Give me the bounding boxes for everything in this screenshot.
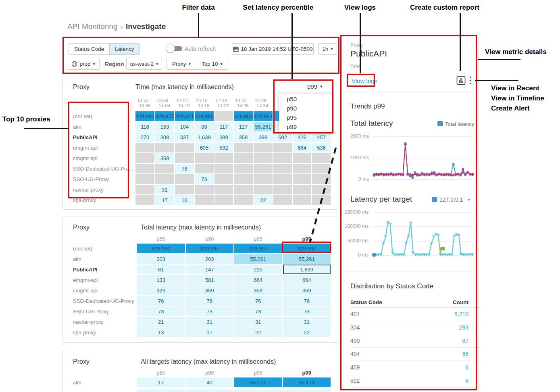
time-cell[interactable]: 426 <box>293 132 311 142</box>
time-cell[interactable]: 270 <box>135 132 154 142</box>
time-cell[interactable] <box>234 195 253 205</box>
time-cell[interactable]: 536 <box>312 143 331 152</box>
time-cell[interactable]: 692 <box>273 132 292 142</box>
latency-cell[interactable] <box>186 390 234 392</box>
time-cell[interactable]: 329,863 <box>254 111 273 121</box>
status-count-link[interactable]: 87 <box>462 338 468 344</box>
latency-cell[interactable]: 1,639 <box>283 265 331 274</box>
time-cell[interactable] <box>155 174 174 184</box>
time-cell[interactable] <box>234 174 253 184</box>
time-cell[interactable] <box>135 195 154 205</box>
time-cell[interactable]: 592 <box>214 143 233 152</box>
latency-cell[interactable]: 329,990 <box>137 244 185 253</box>
latency-cell[interactable]: 73 <box>283 307 331 316</box>
latency-cell[interactable]: 133 <box>137 275 185 285</box>
latency-cell[interactable]: 664 <box>283 275 331 285</box>
breadcrumb-section[interactable]: API Monitoring <box>67 22 118 31</box>
latency-cell[interactable]: 55,261 <box>234 254 282 264</box>
target-dropdown-icon[interactable]: ▾ <box>468 197 470 202</box>
time-cell[interactable] <box>214 185 233 194</box>
time-cell[interactable] <box>234 153 253 163</box>
time-cell[interactable]: 104 <box>175 122 194 131</box>
time-cell[interactable]: 398 <box>254 132 273 142</box>
time-cell[interactable] <box>175 174 194 184</box>
time-cell[interactable]: 359 <box>234 132 253 142</box>
time-cell[interactable] <box>293 164 311 173</box>
time-cell[interactable] <box>234 143 253 152</box>
time-cell[interactable] <box>214 153 233 163</box>
time-cell[interactable]: 308 <box>155 132 174 142</box>
time-cell[interactable]: 76 <box>175 164 194 173</box>
status-count-link[interactable]: 66 <box>462 351 468 357</box>
latency-cell[interactable] <box>137 390 185 392</box>
time-cell[interactable] <box>254 185 273 194</box>
latency-cell[interactable] <box>234 390 282 392</box>
kebab-menu-icon[interactable] <box>469 76 472 85</box>
time-cell[interactable]: 55,261 <box>254 122 273 131</box>
time-cell[interactable] <box>293 185 311 194</box>
time-cell[interactable]: 605 <box>195 143 214 152</box>
time-cell[interactable]: 329,990 <box>135 111 154 121</box>
region-dropdown[interactable]: us-west-2 <box>126 58 162 70</box>
time-cell[interactable] <box>234 164 253 173</box>
latency-cell[interactable]: 329,997 <box>283 244 331 253</box>
time-cell[interactable] <box>175 153 194 163</box>
latency-cell[interactable]: 329 <box>137 286 185 295</box>
time-cell[interactable] <box>135 143 154 152</box>
time-cell[interactable]: 153 <box>155 122 174 131</box>
latency-cell[interactable]: 31 <box>234 317 282 327</box>
time-cell[interactable]: 329,877 <box>155 111 174 121</box>
latency-cell[interactable]: 17 <box>137 377 185 387</box>
latency-cell[interactable]: 22 <box>234 327 282 337</box>
latency-cell[interactable]: 203 <box>137 254 185 264</box>
time-cell[interactable] <box>175 185 194 194</box>
time-cell[interactable] <box>214 195 233 205</box>
time-cell[interactable] <box>273 195 292 205</box>
latency-cell[interactable]: 329,997 <box>234 244 282 253</box>
time-cell[interactable]: 31 <box>155 185 174 194</box>
latency-cell[interactable]: 359 <box>283 286 331 295</box>
percentile-option-p99[interactable]: p99 <box>279 122 332 131</box>
time-cell[interactable] <box>135 185 154 194</box>
view-metric-details-icon[interactable] <box>456 76 466 85</box>
latency-cell[interactable] <box>283 390 331 392</box>
time-range-dropdown[interactable]: 1h <box>318 43 337 55</box>
time-cell[interactable] <box>155 164 174 173</box>
time-cell[interactable]: 389 <box>214 132 233 142</box>
time-cell[interactable] <box>312 195 331 205</box>
latency-cell[interactable]: 73 <box>186 307 234 316</box>
percentile-select[interactable]: p99 ▾ <box>307 83 323 90</box>
time-cell[interactable] <box>254 143 273 152</box>
time-cell[interactable] <box>135 174 154 184</box>
status-count-link[interactable]: 6 <box>465 364 468 371</box>
status-count-link[interactable]: 6 <box>465 377 468 384</box>
latency-cell[interactable]: 215 <box>234 265 282 274</box>
time-cell[interactable] <box>214 111 233 121</box>
latency-cell[interactable]: 147 <box>186 265 234 274</box>
latency-cell[interactable]: 55,171 <box>283 377 331 387</box>
time-cell[interactable] <box>214 164 233 173</box>
time-cell[interactable]: 16 <box>175 195 194 205</box>
time-cell[interactable] <box>293 153 311 163</box>
percentile-option-p95[interactable]: p95 <box>279 113 332 122</box>
latency-cell[interactable]: 359 <box>234 286 282 295</box>
latency-cell[interactable]: 55,261 <box>283 254 331 264</box>
time-cell[interactable]: 329,863 <box>234 111 253 121</box>
latency-cell[interactable]: 76 <box>234 296 282 306</box>
time-cell[interactable] <box>195 164 214 173</box>
time-cell[interactable] <box>312 164 331 173</box>
time-cell[interactable] <box>254 164 273 173</box>
time-cell[interactable]: 664 <box>293 143 311 152</box>
status-count-link[interactable]: 293 <box>459 324 468 331</box>
time-cell[interactable] <box>195 185 214 194</box>
latency-cell[interactable]: 76 <box>283 296 331 306</box>
percentile-option-p90[interactable]: p90 <box>279 104 332 113</box>
tab-status-code[interactable]: Status Code <box>69 44 109 54</box>
time-cell[interactable]: 359 <box>155 153 174 163</box>
view-logs-link[interactable]: View logs <box>352 77 377 84</box>
time-cell[interactable]: 329,986 <box>195 111 214 121</box>
time-cell[interactable] <box>273 174 292 184</box>
latency-cell[interactable]: 73 <box>234 307 282 316</box>
latency-cell[interactable]: 329,997 <box>186 244 234 253</box>
latency-cell[interactable]: 55,171 <box>234 377 282 387</box>
